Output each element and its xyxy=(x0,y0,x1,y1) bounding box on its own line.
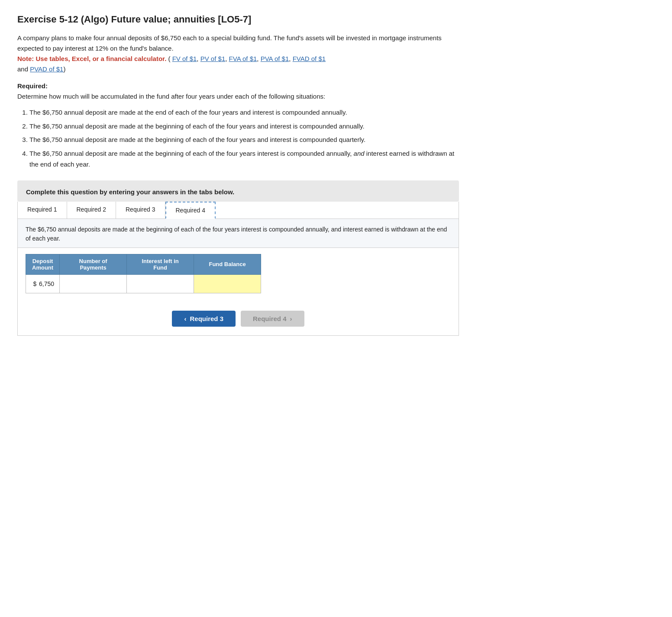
col-header-interest: Interest left inFund xyxy=(127,254,194,274)
fund-balance-input[interactable] xyxy=(199,277,255,290)
deposit-value: 6,750 xyxy=(39,280,54,287)
situations-list: The $6,750 annual deposit are made at th… xyxy=(29,107,459,170)
required-label: Required: xyxy=(17,82,459,90)
intro-text: A company plans to make four annual depo… xyxy=(17,34,442,52)
situation-4: The $6,750 annual deposit are made at th… xyxy=(29,148,459,170)
intro-links-open: ( xyxy=(168,55,170,62)
interest-fund-cell[interactable] xyxy=(127,274,194,293)
link-fv[interactable]: FV of $1 xyxy=(172,55,197,62)
table-wrapper: DepositAmount Number ofPayments Interest… xyxy=(18,254,459,301)
link-fva[interactable]: FVA of $1 xyxy=(229,55,257,62)
next-button-label: Required 4 xyxy=(253,315,287,322)
tab-content-text: The $6,750 annual deposits are made at t… xyxy=(26,226,447,242)
required-desc: Determine how much will be accumulated i… xyxy=(17,91,459,102)
next-chevron-icon: › xyxy=(290,315,292,322)
situation-3: The $6,750 annual deposit are made at th… xyxy=(29,134,459,145)
tab-required-3[interactable]: Required 3 xyxy=(116,202,165,219)
situation-2: The $6,750 annual deposit are made at th… xyxy=(29,121,459,132)
interest-fund-input[interactable] xyxy=(132,277,188,290)
col-header-deposit: DepositAmount xyxy=(26,254,60,274)
complete-box-text: Complete this question by entering your … xyxy=(26,188,450,196)
tab-content: The $6,750 annual deposits are made at t… xyxy=(18,219,459,248)
intro-paragraph: A company plans to make four annual depo… xyxy=(17,33,459,74)
nav-buttons: ‹ Required 3 Required 4 › xyxy=(18,311,459,335)
deposit-amount-cell: $ 6,750 xyxy=(26,274,60,293)
prev-button[interactable]: ‹ Required 3 xyxy=(172,311,236,327)
link-pv[interactable]: PV of $1 xyxy=(200,55,226,62)
table-header-row: DepositAmount Number ofPayments Interest… xyxy=(26,254,261,274)
num-payments-cell[interactable] xyxy=(60,274,127,293)
tab-required-4[interactable]: Required 4 xyxy=(165,202,216,219)
prev-button-label: Required 3 xyxy=(190,315,223,322)
tabs-row: Required 1 Required 2 Required 3 Require… xyxy=(18,202,459,219)
complete-box: Complete this question by entering your … xyxy=(17,180,459,202)
prev-chevron-icon: ‹ xyxy=(184,315,186,322)
num-payments-input[interactable] xyxy=(65,277,121,290)
link-pvad[interactable]: PVAD of $1 xyxy=(30,65,63,73)
data-table: DepositAmount Number ofPayments Interest… xyxy=(26,254,261,293)
col-header-payments: Number ofPayments xyxy=(60,254,127,274)
table-row: $ 6,750 xyxy=(26,274,261,293)
page-title: Exercise 5-12 (Algo) Future value; annui… xyxy=(17,14,459,25)
tab-required-1[interactable]: Required 1 xyxy=(18,202,67,219)
dollar-sign: $ xyxy=(33,280,37,287)
tabs-area: Required 1 Required 2 Required 3 Require… xyxy=(17,202,459,336)
note-label: Note: Use tables, Excel, or a financial … xyxy=(17,55,166,62)
situation-1: The $6,750 annual deposit are made at th… xyxy=(29,107,459,118)
link-fvad[interactable]: FVAD of $1 xyxy=(293,55,326,62)
tab-required-2[interactable]: Required 2 xyxy=(67,202,116,219)
fund-balance-cell[interactable] xyxy=(194,274,261,293)
col-header-balance: Fund Balance xyxy=(194,254,261,274)
link-pva[interactable]: PVA of $1 xyxy=(261,55,289,62)
next-button[interactable]: Required 4 › xyxy=(241,311,304,327)
